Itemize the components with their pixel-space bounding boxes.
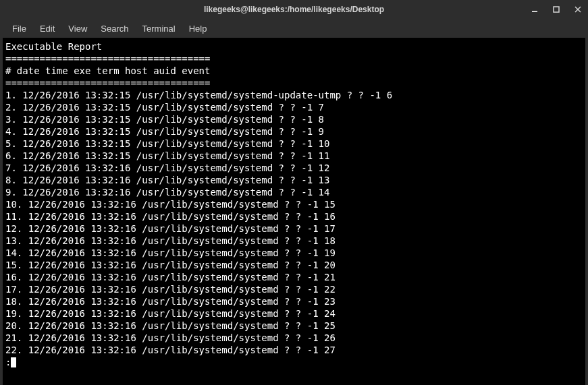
maximize-icon [553,6,560,13]
menu-edit[interactable]: Edit [33,21,61,36]
close-button[interactable] [573,5,583,14]
maximize-button[interactable] [552,5,561,14]
close-icon [574,6,581,13]
menu-search[interactable]: Search [94,21,135,36]
menu-help[interactable]: Help [182,21,214,36]
minimize-icon [531,6,538,13]
window-controls [530,5,583,14]
terminal-output[interactable]: Executable Report ======================… [3,38,585,385]
cursor [11,357,16,367]
menubar: File Edit View Search Terminal Help [0,19,588,38]
menu-terminal[interactable]: Terminal [136,21,182,36]
minimize-button[interactable] [530,5,539,14]
menu-file[interactable]: File [5,21,33,36]
titlebar: likegeeks@likegeeks:/home/likegeeks/Desk… [0,0,588,19]
window-title: likegeeks@likegeeks:/home/likegeeks/Desk… [204,5,384,14]
svg-rect-1 [554,7,559,12]
menu-view[interactable]: View [61,21,94,36]
